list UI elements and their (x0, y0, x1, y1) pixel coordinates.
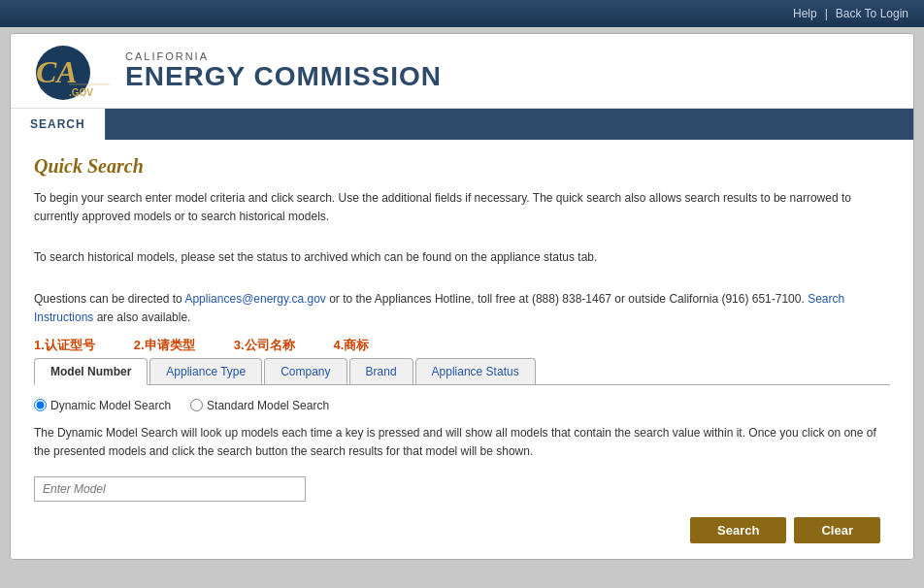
desc-text: The Dynamic Model Search will look up mo… (34, 424, 890, 461)
tab-company[interactable]: Company (264, 358, 346, 384)
radio-group: Dynamic Model Search Standard Model Sear… (34, 399, 890, 412)
standard-model-search-radio[interactable] (190, 399, 203, 411)
top-bar: Help | Back To Login (0, 0, 924, 27)
intro-text-1: To begin your search enter model criteri… (34, 189, 890, 226)
intro3-suffix: are also available. (93, 310, 190, 324)
standard-model-search-label: Standard Model Search (207, 399, 329, 412)
tab-appliance-status[interactable]: Appliance Status (415, 358, 536, 384)
svg-text:CA: CA (36, 54, 78, 89)
back-to-login-link[interactable]: Back To Login (836, 7, 908, 20)
email-link[interactable]: Appliances@energy.ca.gov (184, 292, 325, 306)
energy-commission-label: ENERGY COMMISSION (125, 62, 442, 92)
california-label: CALIFORNIA (125, 50, 442, 62)
dynamic-model-search-option[interactable]: Dynamic Model Search (34, 399, 171, 412)
annotation-1: 1.认证型号 (34, 337, 95, 354)
annotation-2: 2.申请类型 (134, 337, 195, 354)
logo-area: CA .GOV CALIFORNIA ENERGY COMMISSION (26, 42, 442, 100)
search-button[interactable]: Search (690, 517, 786, 543)
clear-button[interactable]: Clear (794, 517, 880, 543)
help-link[interactable]: Help (793, 7, 817, 20)
divider: | (825, 7, 828, 20)
button-area: Search Clear (34, 517, 890, 543)
intro3-prefix: Questions can be directed to (34, 292, 184, 306)
dynamic-model-search-radio[interactable] (34, 399, 47, 411)
commission-text: CALIFORNIA ENERGY COMMISSION (125, 50, 442, 92)
tabs-container: Model Number Appliance Type Company Bran… (34, 358, 890, 385)
tab-model-number[interactable]: Model Number (34, 358, 148, 385)
svg-text:.GOV: .GOV (69, 87, 93, 98)
content-area: Quick Search To begin your search enter … (11, 140, 913, 559)
intro3-middle: or to the Appliances Hotline, toll free … (326, 292, 808, 306)
nav-search[interactable]: SEARCH (11, 109, 106, 140)
search-input-area (34, 476, 890, 502)
dynamic-model-search-label: Dynamic Model Search (50, 399, 171, 412)
annotation-3: 3.公司名称 (234, 337, 295, 354)
main-container: CA .GOV CALIFORNIA ENERGY COMMISSION SEA… (10, 33, 914, 560)
page-title: Quick Search (34, 155, 890, 178)
ca-gov-logo: CA .GOV (26, 42, 114, 100)
intro-text-2: To search historical models, please set … (34, 248, 890, 267)
annotation-4: 4.商标 (334, 337, 370, 354)
standard-model-search-option[interactable]: Standard Model Search (190, 399, 329, 412)
model-input[interactable] (34, 476, 306, 502)
tab-appliance-type[interactable]: Appliance Type (149, 358, 262, 384)
nav-bar: SEARCH (11, 109, 913, 140)
tab-brand[interactable]: Brand (349, 358, 413, 384)
header: CA .GOV CALIFORNIA ENERGY COMMISSION (11, 34, 913, 109)
tab-annotations: 1.认证型号 2.申请类型 3.公司名称 4.商标 (34, 337, 890, 354)
intro-text-3: Questions can be directed to Appliances@… (34, 290, 890, 327)
